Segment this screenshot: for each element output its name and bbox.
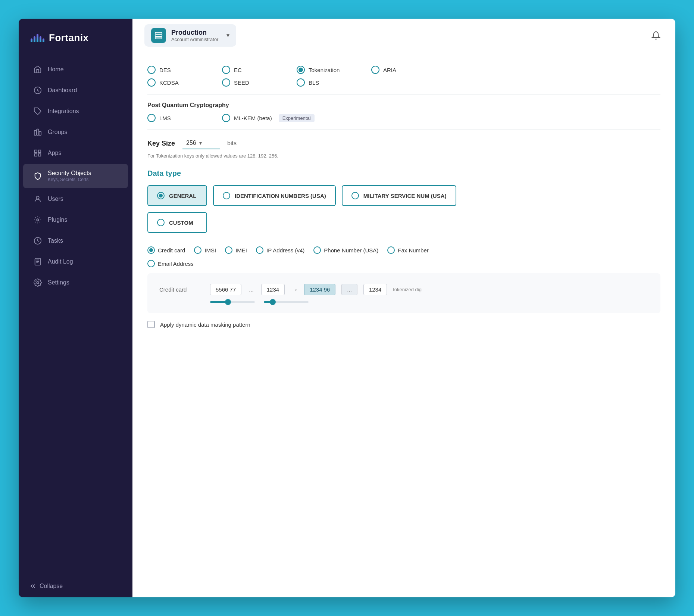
token-phone-number[interactable]: Phone Number (USA) xyxy=(313,246,378,254)
token-imsi[interactable]: IMSI xyxy=(194,246,216,254)
data-type-military[interactable]: MILITARY SERVICE NUM (USA) xyxy=(342,185,456,206)
cc-dots-token: ... xyxy=(341,284,357,295)
sidebar-item-apps[interactable]: Apps xyxy=(23,143,128,163)
slider-2-thumb[interactable] xyxy=(270,299,276,305)
slider-2-track[interactable] xyxy=(264,301,309,303)
algo-mlkem[interactable]: ML-KEM (beta) Experimental xyxy=(222,114,315,122)
key-size-select[interactable]: 256 ▾ xyxy=(182,137,220,149)
settings-icon xyxy=(34,279,42,287)
key-size-unit: bits xyxy=(227,140,237,147)
token-imei[interactable]: IMEI xyxy=(225,246,247,254)
algo-aria[interactable]: ARIA xyxy=(371,66,446,74)
algo-kcdsa-label: KCDSA xyxy=(159,80,179,86)
sidebar-item-label-integrations: Integrations xyxy=(48,108,79,115)
algorithm-row2: KCDSA SEED BLS xyxy=(147,78,660,87)
algo-ec[interactable]: EC xyxy=(222,66,297,74)
token-credit-card-label: Credit card xyxy=(158,247,185,253)
algo-bls[interactable]: BLS xyxy=(297,78,371,87)
key-size-label: Key Size xyxy=(147,140,175,147)
sidebar-item-sublabel-security: Keys, Secrets, Certs xyxy=(48,177,91,182)
tasks-icon xyxy=(34,237,42,245)
sidebar-item-home[interactable]: Home xyxy=(23,59,128,80)
sidebar-item-label-dashboard: Dashboard xyxy=(48,87,77,94)
algo-seed[interactable]: SEED xyxy=(222,78,297,87)
token-email-address[interactable]: Email Address xyxy=(147,260,194,267)
sidebar-item-audit-log[interactable]: Audit Log xyxy=(23,252,128,272)
key-size-value: 256 xyxy=(186,140,196,146)
token-ip-address[interactable]: IP Address (v4) xyxy=(256,246,304,254)
credit-card-preview: Credit card 5566 77 ... 1234 → 1234 96 .… xyxy=(147,273,660,313)
sidebar-item-dashboard[interactable]: Dashboard xyxy=(23,80,128,100)
data-type-general-label: GENERAL xyxy=(169,193,196,199)
radio-imei xyxy=(225,246,232,254)
sidebar-item-label-settings: Settings xyxy=(48,279,69,286)
algo-ec-label: EC xyxy=(234,67,242,73)
experimental-badge: Experimental xyxy=(279,114,315,122)
slider-1-thumb[interactable] xyxy=(225,299,231,305)
apply-masking-checkbox[interactable] xyxy=(147,321,155,328)
sidebar-item-plugins[interactable]: Plugins xyxy=(23,210,128,230)
radio-imsi xyxy=(194,246,201,254)
algo-des-label: DES xyxy=(159,67,171,73)
algo-lms[interactable]: LMS xyxy=(147,114,222,122)
notification-bell-button[interactable] xyxy=(648,28,663,43)
data-type-identification-label: IDENTIFICATION NUMBERS (USA) xyxy=(235,193,326,199)
data-type-custom[interactable]: CUSTOM xyxy=(147,212,207,233)
collapse-button[interactable]: Collapse xyxy=(29,582,122,590)
algo-kcdsa[interactable]: KCDSA xyxy=(147,78,222,87)
algorithm-row1: DES EC Tokenization ARIA xyxy=(147,66,660,74)
token-type-row: Credit card IMSI IMEI IP A xyxy=(147,246,660,254)
data-type-section: Data type GENERAL IDENTIFICATION NUMBERS… xyxy=(147,169,660,328)
sidebar-item-groups[interactable]: Groups xyxy=(23,122,128,142)
divider-1 xyxy=(147,94,660,94)
token-imsi-label: IMSI xyxy=(204,247,216,253)
algo-tokenization[interactable]: Tokenization xyxy=(297,66,371,74)
token-phone-number-label: Phone Number (USA) xyxy=(324,247,378,253)
token-imei-label: IMEI xyxy=(235,247,247,253)
env-name: Production xyxy=(171,29,218,37)
data-type-general[interactable]: GENERAL xyxy=(147,185,207,206)
token-credit-card[interactable]: Credit card xyxy=(147,246,185,254)
sidebar-item-integrations[interactable]: Integrations xyxy=(23,101,128,121)
data-type-identification[interactable]: IDENTIFICATION NUMBERS (USA) xyxy=(213,185,336,206)
server-icon xyxy=(154,31,163,40)
token-fax-number-label: Fax Number xyxy=(398,247,429,253)
arrow-right-icon: → xyxy=(291,285,298,294)
sidebar-item-security-objects[interactable]: Security Objects Keys, Secrets, Certs xyxy=(23,164,128,188)
radio-aria xyxy=(371,66,379,74)
algo-lms-label: LMS xyxy=(159,115,171,121)
environment-selector[interactable]: Production Account Administrator ▾ xyxy=(144,24,236,47)
svg-point-10 xyxy=(37,219,39,221)
radio-military xyxy=(351,192,359,199)
sidebar-item-settings[interactable]: Settings xyxy=(23,273,128,293)
cc-seg-2: 1234 xyxy=(261,284,285,295)
radio-ec xyxy=(222,66,230,74)
sidebar-item-tasks[interactable]: Tasks xyxy=(23,231,128,251)
algo-des[interactable]: DES xyxy=(147,66,222,74)
slider-1-track[interactable] xyxy=(210,301,255,303)
tokenized-text: tokenized dig xyxy=(393,287,422,292)
sidebar-bottom: Collapse xyxy=(19,575,132,597)
svg-rect-19 xyxy=(155,37,162,39)
sidebar-nav: Home Dashboard Integrations Groups Apps xyxy=(19,56,132,575)
svg-rect-7 xyxy=(35,154,37,156)
sidebar: Fortanix Home Dashboard Integrations Gro… xyxy=(19,19,132,597)
algo-tokenization-label: Tokenization xyxy=(309,67,340,73)
radio-ip-address xyxy=(256,246,263,254)
puzzle-icon xyxy=(34,107,42,115)
svg-rect-3 xyxy=(37,129,39,136)
users-icon xyxy=(34,195,42,203)
sidebar-item-label-groups: Groups xyxy=(48,129,67,136)
radio-bls xyxy=(297,78,305,87)
sidebar-item-label-users: Users xyxy=(48,196,63,202)
radio-tokenization xyxy=(297,66,305,74)
apply-masking-label: Apply dynamic data masking pattern xyxy=(160,321,250,328)
sidebar-item-users[interactable]: Users xyxy=(23,189,128,209)
svg-point-9 xyxy=(36,196,39,199)
cc-seg-1: 5566 77 xyxy=(210,284,241,295)
cc-dots-1: ... xyxy=(247,286,255,293)
preview-row: Credit card 5566 77 ... 1234 → 1234 96 .… xyxy=(159,284,648,295)
sidebar-item-label-home: Home xyxy=(48,66,64,73)
security-icon xyxy=(34,172,42,180)
token-fax-number[interactable]: Fax Number xyxy=(387,246,429,254)
